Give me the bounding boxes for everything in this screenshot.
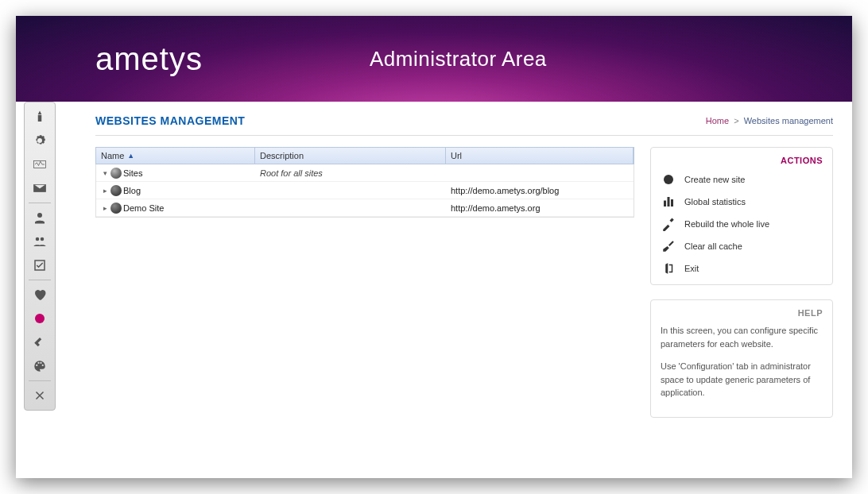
help-text: Use 'Configuration' tab in administrator… (661, 360, 823, 399)
help-panel: HELP In this screen, you can configure s… (650, 299, 833, 418)
breadcrumb: Home > Websites management (706, 116, 833, 125)
svg-point-6 (664, 175, 673, 184)
exit-icon (661, 261, 676, 276)
page-header: WEBSITES MANAGEMENT Home > Websites mana… (95, 114, 833, 136)
action-clear-cache[interactable]: Clear all cache (661, 238, 823, 254)
grid-body: ▾ Sites Root for all sites ▸ Blo (95, 164, 634, 218)
sidebar-item-general[interactable] (28, 106, 52, 128)
svg-point-3 (41, 237, 45, 241)
grid-header: Name ▲ Description Url (95, 147, 634, 164)
column-header-label: Name (101, 151, 124, 160)
sidebar-item-users[interactable] (28, 206, 52, 229)
action-exit[interactable]: Exit (661, 261, 823, 276)
column-header-url[interactable]: Url (446, 148, 634, 164)
svg-rect-9 (671, 199, 673, 206)
action-create-site[interactable]: Create new site (661, 172, 823, 187)
column-header-label: Url (451, 151, 462, 160)
sidebar-item-tasks[interactable] (28, 254, 52, 276)
action-global-stats[interactable]: Global statistics (661, 194, 823, 210)
help-text: In this screen, you can configure specif… (661, 324, 823, 350)
sort-asc-icon: ▲ (127, 152, 134, 160)
nav-sidebar (24, 102, 56, 411)
node-label: Sites (123, 168, 142, 178)
sidebar-item-favorites[interactable] (28, 284, 52, 306)
sidebar-item-exit[interactable] (28, 384, 52, 407)
sidebar-item-groups[interactable] (28, 230, 52, 253)
sidebar-item-plugins[interactable] (28, 331, 52, 353)
node-url: http://demo.ametys.org/blog (446, 186, 634, 195)
action-label: Exit (684, 264, 699, 273)
breadcrumb-home[interactable]: Home (706, 116, 729, 125)
create-icon (661, 172, 676, 187)
node-label: Blog (123, 186, 141, 195)
column-header-description[interactable]: Description (255, 148, 446, 164)
node-url: http://demo.ametys.org (446, 203, 634, 213)
globe-icon (110, 168, 122, 179)
app-logo: ametys (95, 41, 203, 77)
area-title: Administrator Area (370, 47, 547, 71)
column-header-label: Description (260, 151, 304, 160)
tree-row-site[interactable]: ▸ Demo Site http://demo.ametys.org (96, 199, 634, 217)
site-icon (110, 203, 122, 214)
breadcrumb-separator: > (731, 116, 741, 125)
sidebar-item-monitoring[interactable] (28, 153, 52, 176)
stats-icon (661, 194, 676, 210)
sidebar-separator (29, 380, 51, 381)
tree-row-site[interactable]: ▸ Blog http://demo.ametys.org/blog (96, 182, 634, 199)
svg-point-5 (35, 314, 45, 323)
sidebar-separator (29, 203, 51, 203)
actions-panel: ACTIONS Create new site Global statistic… (650, 147, 833, 285)
svg-point-2 (36, 237, 40, 241)
action-label: Global statistics (684, 197, 746, 206)
svg-rect-7 (664, 201, 666, 207)
sidebar-item-skins[interactable] (28, 355, 52, 377)
broom-icon (661, 238, 676, 254)
svg-point-1 (37, 213, 42, 218)
action-rebuild-live[interactable]: Rebuild the whole live (661, 216, 823, 232)
breadcrumb-current: Websites management (744, 116, 833, 125)
node-description: Root for all sites (255, 168, 446, 178)
help-panel-title: HELP (661, 308, 823, 318)
app-header: ametys Administrator Area (16, 16, 852, 102)
tree-row-root[interactable]: ▾ Sites Root for all sites (96, 164, 634, 182)
column-header-name[interactable]: Name ▲ (96, 148, 255, 164)
action-label: Create new site (684, 175, 745, 184)
svg-rect-8 (668, 197, 670, 206)
tools-icon (661, 216, 676, 232)
collapse-icon[interactable]: ▾ (101, 169, 109, 177)
sidebar-separator (29, 280, 51, 280)
page-title: WEBSITES MANAGEMENT (95, 114, 245, 127)
sidebar-item-websites[interactable] (28, 307, 52, 330)
action-label: Rebuild the whole live (684, 219, 769, 229)
actions-panel-title: ACTIONS (661, 156, 823, 165)
sidebar-item-settings[interactable] (28, 129, 52, 152)
action-label: Clear all cache (684, 241, 742, 251)
site-icon (110, 185, 122, 196)
sidebar-item-mail[interactable] (28, 177, 52, 199)
expand-icon[interactable]: ▸ (101, 187, 109, 195)
node-label: Demo Site (123, 203, 164, 213)
expand-icon[interactable]: ▸ (101, 204, 109, 212)
sites-tree: Name ▲ Description Url ▾ (95, 147, 634, 418)
